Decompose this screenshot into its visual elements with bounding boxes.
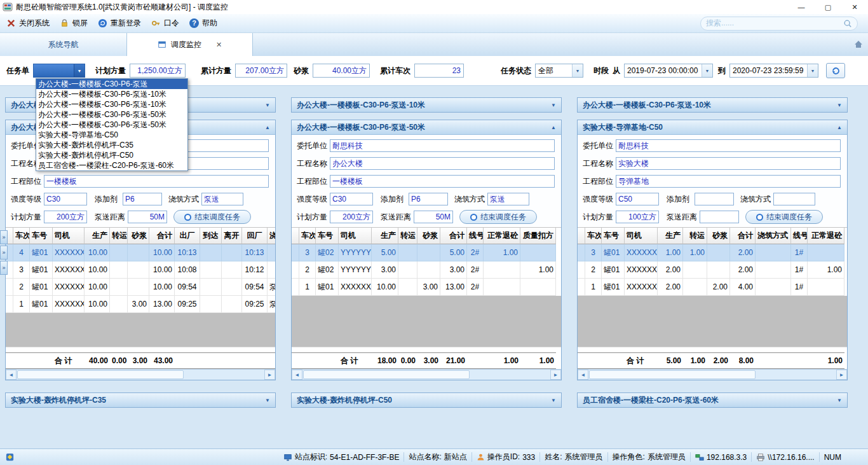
table-row[interactable]: 4罐01XXXXXX10.0010.0010:1310:13	[6, 244, 275, 261]
scroll-thumb[interactable]	[589, 370, 756, 379]
panel-header[interactable]: 实验大楼-导弹基地-C50 ▲	[578, 120, 847, 135]
collapse-icon[interactable]: ▲	[547, 125, 556, 130]
dropdown-option[interactable]: 办公大楼-一楼楼板-C30-P6-泵送-50米	[36, 109, 187, 120]
dropdown-option[interactable]: 办公大楼-一楼楼板-C30-P6-泵送-10米	[36, 89, 187, 99]
client-input[interactable]	[616, 139, 841, 152]
part-input[interactable]	[44, 175, 269, 188]
dropdown-option[interactable]: 实验大楼-轰炸机停机坪-C50	[36, 150, 187, 160]
end-dispatch-button[interactable]: 结束调度任务	[173, 210, 251, 224]
close-system-button[interactable]: 关闭系统	[6, 18, 50, 29]
table-row[interactable]: 2罐01XXXXXX10.0010.0009:5409:54泵送	[6, 279, 275, 296]
scroll-left-icon[interactable]: ◄	[6, 370, 17, 380]
period-to-picker[interactable]: 2020-07-23 23:59:59 ▼	[729, 64, 818, 78]
plan-input[interactable]	[330, 211, 373, 223]
search-input[interactable]: 搜索......	[700, 17, 858, 31]
method-input[interactable]	[773, 193, 815, 205]
task-order-combo[interactable]: ▼	[33, 64, 85, 78]
scroll-left-icon[interactable]: ◄	[578, 370, 588, 380]
additive-input[interactable]	[695, 193, 734, 205]
additive-input[interactable]	[409, 193, 448, 205]
expand-icon[interactable]: ▼	[547, 398, 556, 403]
chevron-down-icon[interactable]: ▼	[572, 64, 583, 77]
refresh-button[interactable]	[826, 63, 845, 78]
period-from-picker[interactable]: 2019-07-23 00:00:00 ▼	[624, 64, 713, 78]
scroll-right-icon[interactable]: ►	[836, 370, 847, 380]
password-button[interactable]: 口令	[151, 18, 179, 29]
distance-input[interactable]	[414, 211, 453, 223]
task-status-combo[interactable]: 全部 ▼	[535, 64, 583, 78]
grade-input[interactable]	[44, 193, 87, 205]
grade-input[interactable]	[616, 193, 659, 205]
end-dispatch-button[interactable]: 结束调度任务	[745, 210, 823, 224]
tab-close-icon[interactable]: ✕	[216, 41, 222, 49]
distance-input[interactable]	[128, 211, 167, 223]
collapsed-panel-header[interactable]: 办公大楼-一楼楼板-C30-P6-泵送-10米 ▼	[577, 97, 848, 113]
expand-strip-button[interactable]: »	[0, 230, 8, 244]
chevron-down-icon[interactable]: ▼	[807, 64, 818, 77]
dropdown-option[interactable]: 实验大楼-导弹基地-C50	[36, 130, 187, 140]
table-row[interactable]: 1罐01XXXXXX10.003.0013.002#	[292, 279, 561, 296]
dropdown-option[interactable]: 员工宿舍楼-一楼梁柱-C20-P6-泵送-60米	[36, 160, 187, 170]
project-input[interactable]	[616, 157, 841, 170]
chevron-down-icon[interactable]: ▼	[702, 64, 712, 77]
panel-header[interactable]: 办公大楼-一楼楼板-C30-P6-泵送-50米 ▲	[292, 120, 561, 135]
end-dispatch-button[interactable]: 结束调度任务	[459, 210, 537, 224]
expand-icon[interactable]: ▼	[261, 102, 270, 108]
table-row[interactable]: 3罐01XXXXXX10.0010.0010:0810:12	[6, 261, 275, 279]
mortar-field[interactable]	[313, 64, 370, 78]
client-input[interactable]	[330, 139, 555, 152]
scroll-right-icon[interactable]: ►	[550, 370, 561, 380]
scroll-right-icon[interactable]: ►	[264, 370, 275, 380]
dropdown-option[interactable]: 办公大楼-一楼楼板-C30-P6-泵送	[36, 79, 187, 89]
grade-input[interactable]	[330, 193, 373, 205]
relogin-button[interactable]: 重新登录	[98, 18, 141, 29]
close-icon[interactable]: ✕	[841, 0, 868, 14]
scroll-track[interactable]	[184, 370, 264, 380]
minimize-icon[interactable]: —	[788, 0, 815, 14]
chevron-down-icon[interactable]: ▼	[74, 64, 85, 77]
maximize-icon[interactable]: ▢	[815, 0, 841, 14]
horizontal-scrollbar[interactable]: ◄ ►	[6, 369, 275, 380]
collapse-icon[interactable]: ▲	[261, 125, 270, 130]
expand-icon[interactable]: ▼	[833, 398, 842, 403]
plan-input[interactable]	[44, 211, 87, 223]
scroll-thumb[interactable]	[303, 370, 470, 379]
table-row[interactable]: 2罐01XXXXXX2.002.001#1.00	[578, 261, 847, 279]
part-input[interactable]	[330, 175, 555, 188]
scroll-thumb[interactable]	[17, 370, 184, 379]
cumulative-volume-field[interactable]	[235, 64, 287, 78]
collapsed-panel-header[interactable]: 员工宿舍楼-一楼梁柱-C20-P6-泵送-60米 ▼	[577, 392, 848, 408]
table-row[interactable]: 3罐01XXXXXX1.001.002.001#	[578, 244, 847, 261]
plan-volume-field[interactable]	[130, 64, 186, 78]
distance-input[interactable]	[700, 211, 739, 223]
dropdown-option[interactable]: 实验大楼-轰炸机停机坪-C35	[36, 140, 187, 150]
help-button[interactable]: ? 帮助	[189, 18, 217, 29]
collapse-icon[interactable]: ▲	[833, 125, 842, 130]
table-row[interactable]: 2罐02YYYYYY3.003.002#1.00	[292, 261, 561, 279]
expand-strip-button[interactable]: »	[0, 261, 8, 275]
collapsed-panel-header[interactable]: 实验大楼-轰炸机停机坪-C35 ▼	[5, 392, 276, 408]
tab-system-nav[interactable]: 系统导航	[0, 33, 127, 56]
lock-screen-button[interactable]: 锁屏	[60, 18, 88, 29]
scroll-left-icon[interactable]: ◄	[292, 370, 302, 380]
horizontal-scrollbar[interactable]: ◄ ►	[578, 369, 847, 380]
expand-icon[interactable]: ▼	[547, 102, 556, 108]
scroll-track[interactable]	[470, 370, 550, 380]
table-row[interactable]: 1罐01XXXXXX2.002.004.001#	[578, 279, 847, 296]
table-row[interactable]: 3罐02YYYYYY5.005.002#1.00	[292, 244, 561, 261]
scroll-track[interactable]	[756, 370, 836, 380]
plan-input[interactable]	[616, 211, 659, 223]
project-input[interactable]	[330, 157, 555, 170]
expand-strip-button[interactable]: »	[0, 246, 8, 260]
expand-icon[interactable]: ▼	[833, 102, 842, 108]
search-icon[interactable]	[843, 19, 852, 28]
collapsed-panel-header[interactable]: 实验大楼-轰炸机停机坪-C50 ▼	[291, 392, 562, 408]
dropdown-option[interactable]: 办公大楼-一楼楼板-C30-P6-泵送-10米	[36, 99, 187, 109]
part-input[interactable]	[616, 175, 841, 188]
horizontal-scrollbar[interactable]: ◄ ►	[292, 369, 561, 380]
method-input[interactable]	[487, 193, 529, 205]
table-row[interactable]: 1罐01XXXXXX10.003.0013.0009:2509:25泵送	[6, 296, 275, 313]
dropdown-option[interactable]: 办公大楼-一楼楼板-C30-P6-泵送-50米	[36, 120, 187, 130]
method-input[interactable]	[201, 193, 243, 205]
trip-count-field[interactable]	[414, 64, 464, 78]
